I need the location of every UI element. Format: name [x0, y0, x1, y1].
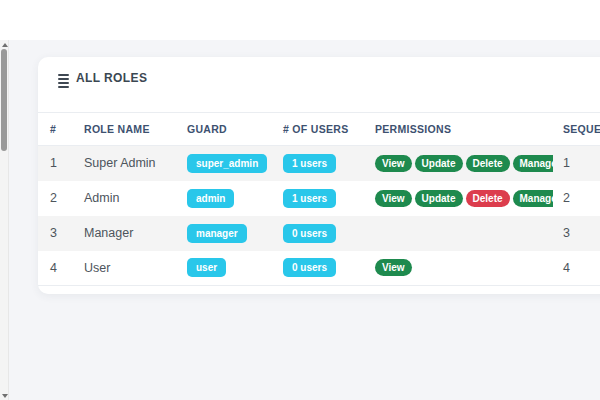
table-row: 4Useruser0 usersView4 [38, 251, 600, 286]
sequence-cell: 4 [553, 251, 600, 286]
role-name-cell: Super Admin [74, 146, 177, 181]
users-count-badge: 1 users [283, 154, 336, 173]
col-header-users: # OF USERS [273, 113, 365, 146]
permissions-cell: ViewUpdateDeleteManage [365, 181, 553, 216]
guard-cell: manager [177, 216, 273, 251]
role-name-cell: Manager [74, 216, 177, 251]
left-scrollbar-track[interactable] [0, 40, 9, 400]
guard-badge: user [187, 258, 226, 277]
permission-badge: Delete [466, 190, 510, 207]
roles-table: # ROLE NAME GUARD # OF USERS PERMISSIONS… [38, 112, 600, 286]
users-count-cell: 1 users [273, 146, 365, 181]
guard-badge: manager [187, 224, 247, 243]
guard-cell: admin [177, 181, 273, 216]
role-name-cell: Admin [74, 181, 177, 216]
users-count-badge: 1 users [283, 189, 336, 208]
col-header-permissions: PERMISSIONS [365, 113, 553, 146]
table-body: 1Super Adminsuper_admin1 usersViewUpdate… [38, 146, 600, 286]
list-icon [58, 72, 69, 88]
permissions-cell [365, 216, 553, 251]
users-count-badge: 0 users [283, 224, 336, 243]
permission-badge: Manage [513, 155, 553, 172]
guard-cell: user [177, 251, 273, 286]
permissions-cell: View [365, 251, 553, 286]
table-header-row: # ROLE NAME GUARD # OF USERS PERMISSIONS… [38, 113, 600, 146]
roles-card: ALL ROLES # ROLE NAME GUARD # OF USERS P… [38, 57, 600, 294]
col-header-number: # [38, 113, 74, 146]
permission-badge: Update [415, 155, 463, 172]
row-number-cell: 4 [38, 251, 74, 286]
card-header: ALL ROLES [38, 57, 600, 112]
guard-badge: super_admin [187, 154, 267, 173]
permission-badge: Delete [466, 155, 510, 172]
permission-badge: View [375, 259, 412, 276]
users-count-cell: 0 users [273, 251, 365, 286]
table-row: 3Managermanager0 users3 [38, 216, 600, 251]
table-row: 2Adminadmin1 usersViewUpdateDeleteManage… [38, 181, 600, 216]
card-footer-pad [38, 286, 600, 294]
scroll-down-arrow-icon[interactable] [0, 391, 9, 400]
users-count-cell: 1 users [273, 181, 365, 216]
col-header-guard: GUARD [177, 113, 273, 146]
permission-badge: View [375, 155, 412, 172]
table-row: 1Super Adminsuper_admin1 usersViewUpdate… [38, 146, 600, 181]
sequence-cell: 1 [553, 146, 600, 181]
scrollbar-thumb[interactable] [1, 49, 7, 151]
sequence-cell: 2 [553, 181, 600, 216]
row-number-cell: 3 [38, 216, 74, 251]
col-header-role-name: ROLE NAME [74, 113, 177, 146]
top-white-strip [0, 0, 600, 40]
content-area: ALL ROLES # ROLE NAME GUARD # OF USERS P… [9, 40, 600, 400]
scroll-up-arrow-icon[interactable] [0, 40, 9, 49]
permissions-cell: ViewUpdateDeleteManage [365, 146, 553, 181]
card-title: ALL ROLES [76, 72, 147, 85]
permission-badge: Update [415, 190, 463, 207]
users-count-badge: 0 users [283, 258, 336, 277]
screen: ALL ROLES # ROLE NAME GUARD # OF USERS P… [0, 0, 600, 400]
triangle-up-icon [2, 43, 8, 47]
permission-badge: Manage [513, 190, 553, 207]
col-header-sequence: SEQUENCE [553, 113, 600, 146]
users-count-cell: 0 users [273, 216, 365, 251]
row-number-cell: 1 [38, 146, 74, 181]
role-name-cell: User [74, 251, 177, 286]
row-number-cell: 2 [38, 181, 74, 216]
triangle-down-icon [2, 394, 8, 398]
guard-cell: super_admin [177, 146, 273, 181]
guard-badge: admin [187, 189, 234, 208]
permission-badge: View [375, 190, 412, 207]
sequence-cell: 3 [553, 216, 600, 251]
